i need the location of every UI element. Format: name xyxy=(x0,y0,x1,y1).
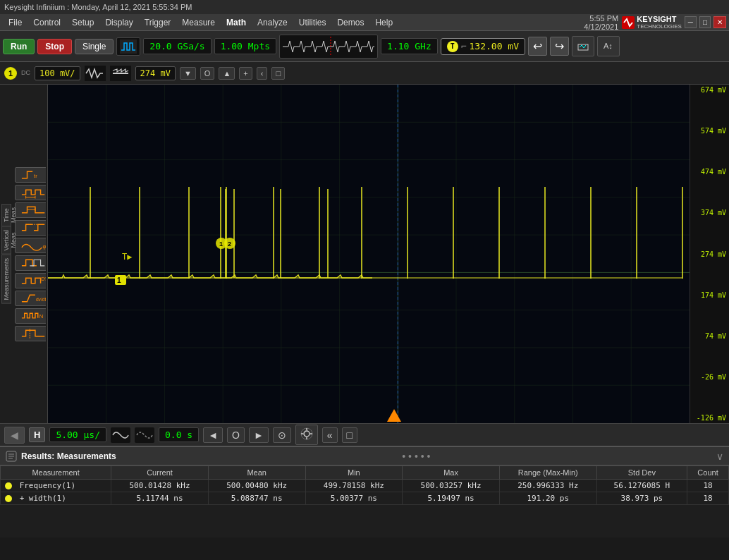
timebase-bar: ◀ H 5.00 μs/ 0.0 s ◄ O ► ⊙ « □ xyxy=(0,423,729,446)
menu-help[interactable]: Help xyxy=(369,16,398,29)
col-range: Range (Max-Min) xyxy=(499,466,596,480)
results-dots: • • • • • xyxy=(402,451,430,462)
menu-control[interactable]: Control xyxy=(27,16,66,29)
row2-max: 5.19497 ns xyxy=(403,492,500,505)
menu-analyze[interactable]: Analyze xyxy=(252,16,293,29)
timebase-center-button[interactable]: O xyxy=(227,427,245,443)
menu-display[interactable]: Display xyxy=(99,16,138,29)
channel-bar: 1 DC 100 mV/ 274 mV ▼ O ▲ + ‹ □ xyxy=(0,62,729,85)
svg-text:dv/dt: dv/dt xyxy=(35,296,46,301)
menu-measure[interactable]: Measure xyxy=(176,16,221,29)
toolbar: Run Stop Single 20.0 GSa/s 1.00 Mpts 1.1… xyxy=(0,31,729,62)
col-max: Max xyxy=(403,466,500,480)
results-title: Results: Measurements xyxy=(21,451,116,461)
row2-stddev: 38.973 ps xyxy=(596,492,687,505)
undo-button[interactable]: ↩ xyxy=(528,37,547,56)
mem-depth-display: 1.00 Mpts xyxy=(214,38,276,54)
row1-stddev: 56.1276085 H xyxy=(596,480,687,492)
phase-icon[interactable]: φ xyxy=(15,238,46,253)
table-row: + width(1) 5.11744 ns 5.088747 ns 5.0037… xyxy=(1,492,729,505)
auto-scale-button[interactable]: A↕ xyxy=(597,36,620,56)
keysight-logo-icon xyxy=(621,16,635,30)
menu-trigger[interactable]: Trigger xyxy=(139,16,177,29)
row1-mean: 500.00480 kHz xyxy=(208,480,305,492)
trigger-arrow-label: T▶ xyxy=(122,252,133,262)
slew-rate-icon[interactable]: dv/dt xyxy=(15,291,46,306)
scope-canvas: T▶ 1 1 2 -25.0 μs -20.0 μs -15.0 μs -10.… xyxy=(48,85,690,423)
col-count: Count xyxy=(687,466,729,480)
channel-add-button[interactable]: + xyxy=(239,67,252,80)
dc-label: DC xyxy=(21,70,30,76)
minimize-button[interactable]: ─ xyxy=(685,16,697,28)
row2-range: 191.20 ps xyxy=(499,492,596,505)
timebase-value: 5.00 μs/ xyxy=(49,427,106,442)
setup-hold-icon[interactable] xyxy=(15,326,46,341)
channel-coupling-alt-icon xyxy=(110,66,131,81)
trigger-level-value: 132.00 mV xyxy=(470,41,519,51)
skew-icon[interactable] xyxy=(15,255,46,271)
vert-meas-tab[interactable]: Vertical Meas xyxy=(1,226,11,255)
col-min: Min xyxy=(305,466,403,480)
duty-cycle-icon[interactable]: D% xyxy=(15,273,46,288)
svg-text:A↕: A↕ xyxy=(604,42,613,50)
svg-text:1: 1 xyxy=(117,276,121,284)
pulse-width-icon[interactable] xyxy=(15,202,46,218)
logo-bottom: TECHNOLOGIES xyxy=(637,23,682,30)
row1-current: 500.01428 kHz xyxy=(111,480,209,492)
sample-rate-display: 20.0 GSa/s xyxy=(143,38,211,54)
svg-text:φ: φ xyxy=(42,243,46,249)
results-expand-button[interactable]: ∨ xyxy=(716,451,723,462)
sample-rate-indicator xyxy=(116,37,140,56)
menu-setup[interactable]: Setup xyxy=(66,16,99,29)
menu-utilities[interactable]: Utilities xyxy=(293,16,332,29)
scale-label-6: 74 mV xyxy=(693,332,726,340)
restore-button[interactable]: □ xyxy=(699,16,711,28)
scale-label-0: 674 mV xyxy=(693,86,726,94)
single-button[interactable]: Single xyxy=(75,39,114,54)
stop-button[interactable]: Stop xyxy=(37,39,72,54)
timebase-next-button[interactable]: ► xyxy=(249,427,269,443)
channel-zero-button[interactable]: O xyxy=(200,67,215,80)
title-text: Keysight Infiniium : Monday, April 12, 2… xyxy=(4,3,192,11)
channel-offset-down-button[interactable]: ▼ xyxy=(180,67,196,80)
scope-icon xyxy=(577,39,589,51)
row2-count: 18 xyxy=(687,492,729,505)
close-button[interactable]: ✕ xyxy=(713,16,726,28)
edge-count-icon[interactable]: N xyxy=(15,308,46,324)
time-display: 5:55 PM 4/12/2021 xyxy=(584,14,618,31)
menu-bar: File Control Setup Display Trigger Measu… xyxy=(0,14,729,31)
acq-mode-icon xyxy=(120,39,137,54)
redo-button[interactable]: ↪ xyxy=(550,37,569,56)
scale-label-8: -126 mV xyxy=(693,414,726,422)
channel-offset-up-button[interactable]: ▲ xyxy=(219,67,235,80)
delay-icon[interactable] xyxy=(15,220,46,236)
right-scale: 674 mV 574 mV 474 mV 374 mV 274 mV 174 m… xyxy=(690,85,729,423)
menu-file[interactable]: File xyxy=(3,16,27,29)
trigger-T-label: T xyxy=(447,41,458,52)
menu-demos[interactable]: Demos xyxy=(331,16,369,29)
scroll-left-button[interactable]: ◀ xyxy=(4,427,25,444)
col-mean: Mean xyxy=(208,466,305,480)
timebase-expand-button[interactable]: □ xyxy=(342,427,357,443)
zoom-button[interactable]: ⊙ xyxy=(273,427,291,443)
timebase-settings-button[interactable] xyxy=(295,425,318,445)
channel-prev-button[interactable]: ‹ xyxy=(257,67,268,80)
svg-text:N: N xyxy=(39,312,42,319)
channel-menu-button[interactable]: □ xyxy=(271,67,285,80)
scope-settings-button[interactable] xyxy=(572,36,594,56)
menu-math[interactable]: Math xyxy=(221,16,252,29)
time-meas-tab[interactable]: Time Meas xyxy=(1,204,11,226)
col-current: Current xyxy=(111,466,209,480)
row1-max: 500.03257 kHz xyxy=(403,480,500,492)
period-icon[interactable] xyxy=(15,185,46,200)
measurements-tab[interactable]: Measurements xyxy=(1,255,11,304)
timebase-ff-button[interactable]: « xyxy=(322,427,338,443)
waveform-preview-icon xyxy=(283,37,374,56)
row1-count: 18 xyxy=(687,480,729,492)
run-button[interactable]: Run xyxy=(3,39,35,54)
svg-text:1: 1 xyxy=(219,241,223,248)
scale-label-5: 174 mV xyxy=(693,291,726,299)
rise-time-icon[interactable]: tr xyxy=(15,167,46,183)
results-icon xyxy=(6,451,17,462)
timebase-prev-button[interactable]: ◄ xyxy=(203,427,223,443)
